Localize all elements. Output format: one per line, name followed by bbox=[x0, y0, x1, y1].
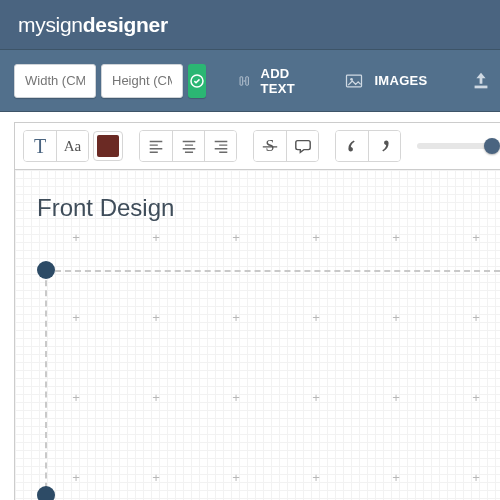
text-style-group: S bbox=[253, 130, 319, 162]
anchor-handle[interactable] bbox=[37, 486, 55, 500]
align-left-icon bbox=[147, 137, 165, 155]
grid-marker: + bbox=[72, 390, 80, 405]
grid-marker: + bbox=[392, 390, 400, 405]
action-bar: ADD TEXT IMAGES bbox=[0, 50, 500, 112]
upload-button[interactable] bbox=[460, 50, 492, 112]
design-canvas[interactable]: Front Design + + + + + + + + + + + + + +… bbox=[14, 170, 500, 500]
grid-marker: + bbox=[472, 470, 480, 485]
strikethrough-icon: S bbox=[261, 137, 279, 155]
brand-part2: designer bbox=[83, 13, 168, 36]
grid-marker: + bbox=[392, 310, 400, 325]
add-text-label: ADD TEXT bbox=[260, 66, 302, 96]
svg-rect-7 bbox=[474, 85, 487, 88]
slider-thumb[interactable] bbox=[484, 138, 500, 154]
quote-button[interactable] bbox=[286, 131, 318, 161]
grid-marker: + bbox=[472, 230, 480, 245]
grid-marker: + bbox=[232, 470, 240, 485]
align-center-button[interactable] bbox=[172, 131, 204, 161]
images-button[interactable]: IMAGES bbox=[334, 50, 437, 112]
grid-marker: + bbox=[152, 310, 160, 325]
grid-marker: + bbox=[152, 470, 160, 485]
images-label: IMAGES bbox=[374, 73, 427, 88]
brand-part1: mysign bbox=[18, 13, 83, 36]
font-t-icon: T bbox=[34, 135, 46, 158]
font-size-button[interactable]: Aa bbox=[56, 131, 88, 161]
align-group bbox=[139, 130, 237, 162]
grid-marker: + bbox=[392, 230, 400, 245]
image-icon bbox=[344, 71, 364, 91]
canvas-title: Front Design bbox=[37, 194, 174, 222]
close-quote-button[interactable] bbox=[368, 131, 400, 161]
align-right-button[interactable] bbox=[204, 131, 236, 161]
font-group: T Aa bbox=[23, 130, 89, 162]
grid-marker: + bbox=[312, 470, 320, 485]
grid-marker: + bbox=[72, 310, 80, 325]
brand-logo: mysigndesigner bbox=[18, 13, 168, 37]
check-circle-icon bbox=[188, 72, 206, 90]
grid-marker: + bbox=[232, 310, 240, 325]
grid-marker: + bbox=[392, 470, 400, 485]
grid-marker: + bbox=[312, 310, 320, 325]
svg-text:S: S bbox=[266, 137, 275, 155]
upload-icon bbox=[470, 70, 492, 92]
align-center-icon bbox=[180, 137, 198, 155]
guide-horizontal[interactable] bbox=[45, 270, 500, 272]
open-quote-button[interactable] bbox=[336, 131, 368, 161]
grid-marker: + bbox=[72, 470, 80, 485]
grid-marker: + bbox=[152, 390, 160, 405]
guide-vertical[interactable] bbox=[45, 270, 47, 500]
add-text-button[interactable]: ADD TEXT bbox=[228, 50, 312, 112]
strikethrough-button[interactable]: S bbox=[254, 131, 286, 161]
open-quote-icon bbox=[343, 137, 361, 155]
quote-pair-group bbox=[335, 130, 401, 162]
align-left-button[interactable] bbox=[140, 131, 172, 161]
editor-toolbar: T Aa bbox=[14, 122, 500, 170]
top-bar: mysigndesigner bbox=[0, 0, 500, 50]
grid-marker: + bbox=[72, 230, 80, 245]
grid-marker: + bbox=[312, 390, 320, 405]
width-input[interactable] bbox=[14, 64, 96, 98]
grid-marker: + bbox=[152, 230, 160, 245]
height-input[interactable] bbox=[101, 64, 183, 98]
text-color-button[interactable] bbox=[93, 131, 123, 161]
grid-marker: + bbox=[312, 230, 320, 245]
grid-marker: + bbox=[472, 310, 480, 325]
grid-marker: + bbox=[232, 390, 240, 405]
grid-marker: + bbox=[232, 230, 240, 245]
speech-bubble-icon bbox=[294, 137, 312, 155]
close-quote-icon bbox=[376, 137, 394, 155]
opacity-slider[interactable] bbox=[417, 143, 492, 149]
svg-rect-2 bbox=[246, 76, 249, 84]
font-family-button[interactable]: T bbox=[24, 131, 56, 161]
confirm-size-button[interactable] bbox=[188, 64, 206, 98]
grid-marker: + bbox=[472, 390, 480, 405]
font-aa-icon: Aa bbox=[64, 138, 82, 155]
slider-track bbox=[417, 143, 492, 149]
text-column-icon bbox=[238, 71, 250, 91]
anchor-handle[interactable] bbox=[37, 261, 55, 279]
align-right-icon bbox=[212, 137, 230, 155]
svg-rect-1 bbox=[240, 76, 243, 84]
color-swatch-icon bbox=[97, 135, 119, 157]
